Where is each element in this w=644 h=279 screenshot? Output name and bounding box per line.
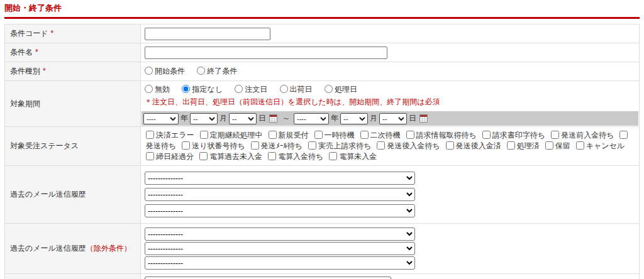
radio-end-condition[interactable]: 終了条件 xyxy=(197,67,237,75)
mail-history-exclude-select[interactable]: -------------- xyxy=(145,227,415,241)
checkbox-label: 保留 xyxy=(555,141,570,150)
row-mail-history-exclude: 過去のメール送信履歴（除外条件） -----------------------… xyxy=(5,224,640,274)
checkbox-input[interactable] xyxy=(329,152,337,160)
radio-not-specified[interactable]: 指定なし xyxy=(182,85,223,94)
radio-ship-date[interactable]: 出荷日 xyxy=(280,85,313,94)
radio-input[interactable] xyxy=(145,67,153,75)
checkbox-input[interactable] xyxy=(182,141,190,150)
checkbox-input[interactable] xyxy=(269,131,277,139)
checkbox-label: 発送後入金待ち xyxy=(387,141,440,150)
required-mark: * xyxy=(35,48,38,57)
start-year-select[interactable]: ---- xyxy=(143,113,179,124)
status-checkbox[interactable]: 決済エラー xyxy=(146,131,194,140)
radio-input[interactable] xyxy=(182,85,190,93)
remarks-textarea[interactable] xyxy=(145,276,391,279)
checkbox-input[interactable] xyxy=(406,131,414,139)
status-checkbox[interactable]: 発送ﾒｰﾙ待ち xyxy=(251,141,303,150)
mail-history-exclude-select[interactable]: -------------- xyxy=(145,242,415,255)
radio-input[interactable] xyxy=(197,67,205,75)
checkbox-label: 新規受付 xyxy=(279,131,309,140)
checkbox-input[interactable] xyxy=(251,141,259,150)
mail-history-label: 過去のメール送信履歴 xyxy=(5,166,141,224)
checkbox-input[interactable] xyxy=(268,152,276,160)
checkbox-label: 締日経過分 xyxy=(156,152,194,161)
remarks-label: 備考 xyxy=(5,274,141,279)
checkbox-label: 発送前入金待ち xyxy=(561,131,614,140)
radio-process-date[interactable]: 処理日 xyxy=(325,85,357,94)
condition-name-input[interactable] xyxy=(145,46,387,59)
checkbox-label: 電算入金待ち xyxy=(278,152,323,161)
status-checkbox[interactable]: 請求書印字待ち xyxy=(482,131,545,140)
status-checkbox[interactable]: 請求情報取得待ち xyxy=(406,131,477,140)
start-month-select[interactable]: -- xyxy=(190,113,218,124)
condition-code-input[interactable] xyxy=(145,28,270,40)
checkbox-input[interactable] xyxy=(446,141,454,150)
end-month-select[interactable]: -- xyxy=(340,113,368,124)
status-checkbox[interactable]: 一時待機 xyxy=(314,131,355,140)
mail-history-exclude-label: 過去のメール送信履歴（除外条件） xyxy=(5,224,141,274)
end-day-select[interactable]: -- xyxy=(379,113,407,124)
required-mark: * xyxy=(51,29,54,38)
checkbox-input[interactable] xyxy=(199,152,208,160)
mail-history-select[interactable]: -------------- xyxy=(145,204,415,217)
accent-rule xyxy=(4,17,640,19)
checkbox-input[interactable] xyxy=(482,131,491,139)
order-status-label: 対象受注ステータス xyxy=(5,127,141,166)
end-year-select[interactable]: ---- xyxy=(294,113,329,124)
status-checkbox[interactable]: キャンセル xyxy=(576,141,625,150)
checkbox-input[interactable] xyxy=(200,131,208,139)
checkbox-input[interactable] xyxy=(314,131,323,139)
radio-order-date[interactable]: 注文日 xyxy=(235,85,267,94)
condition-type-label: 条件種別* xyxy=(5,62,141,81)
row-condition-code: 条件コード* xyxy=(5,25,640,43)
status-checkbox[interactable]: 発送前入金待ち xyxy=(551,131,614,140)
checkbox-label: 決済エラー xyxy=(156,131,194,140)
status-checkbox[interactable]: 処理済 xyxy=(507,141,540,150)
status-checkbox[interactable]: 発送後入金待ち xyxy=(377,141,440,150)
mail-history-select[interactable]: -------------- xyxy=(145,172,415,185)
radio-input[interactable] xyxy=(145,85,153,93)
required-mark: * xyxy=(43,67,46,75)
checkbox-label: 発送ﾒｰﾙ待ち xyxy=(261,141,303,150)
status-checkbox[interactable]: 発送後入金済 xyxy=(446,141,501,150)
end-calendar-icon[interactable] xyxy=(419,114,428,123)
status-checkbox[interactable]: 電算未入金 xyxy=(329,152,377,161)
checkbox-label: 実売上請求待ち xyxy=(318,141,371,150)
checkbox-input[interactable] xyxy=(551,131,559,139)
start-day-select[interactable]: -- xyxy=(229,113,257,124)
radio-disabled[interactable]: 無効 xyxy=(145,85,170,94)
status-checkbox[interactable]: 締日経過分 xyxy=(146,152,194,161)
start-calendar-icon[interactable] xyxy=(269,114,277,123)
checkbox-label: 送り状番号待ち xyxy=(192,141,245,150)
checkbox-input[interactable] xyxy=(507,141,515,150)
status-checkbox[interactable]: 実売上請求待ち xyxy=(308,141,371,150)
status-checkbox[interactable]: 保留 xyxy=(545,141,570,150)
checkbox-input[interactable] xyxy=(308,141,316,150)
range-separator: ～ xyxy=(282,113,290,124)
status-checkbox[interactable]: 定期継続処理中 xyxy=(200,131,263,140)
checkbox-input[interactable] xyxy=(545,141,553,150)
checkbox-input[interactable] xyxy=(146,152,154,160)
status-checkbox[interactable]: 電算過去未入金 xyxy=(199,152,262,161)
status-checkbox[interactable]: 二次待機 xyxy=(360,131,401,140)
checkbox-label: 電算過去未入金 xyxy=(209,152,262,161)
row-condition-name: 条件名* xyxy=(5,43,640,62)
checkbox-input[interactable] xyxy=(377,141,385,150)
radio-input[interactable] xyxy=(325,85,333,93)
mail-history-selects: ----------------------------------------… xyxy=(141,166,640,224)
radio-input[interactable] xyxy=(235,85,243,93)
checkbox-input[interactable] xyxy=(619,131,628,139)
status-checkbox[interactable]: 電算入金待ち xyxy=(268,152,323,161)
mail-history-select[interactable]: -------------- xyxy=(145,188,415,201)
year-unit: 年 xyxy=(331,113,338,124)
checkbox-input[interactable] xyxy=(360,131,369,139)
status-checkbox[interactable]: 新規受付 xyxy=(269,131,309,140)
radio-start-condition[interactable]: 開始条件 xyxy=(145,67,185,75)
radio-input[interactable] xyxy=(280,85,288,93)
checkbox-input[interactable] xyxy=(146,131,154,139)
checkbox-input[interactable] xyxy=(576,141,584,150)
mail-history-exclude-select[interactable]: -------------- xyxy=(145,256,415,270)
checkbox-label: 処理済 xyxy=(517,141,540,150)
exclude-condition-suffix: （除外条件） xyxy=(86,244,131,253)
status-checkbox[interactable]: 送り状番号待ち xyxy=(182,141,245,150)
